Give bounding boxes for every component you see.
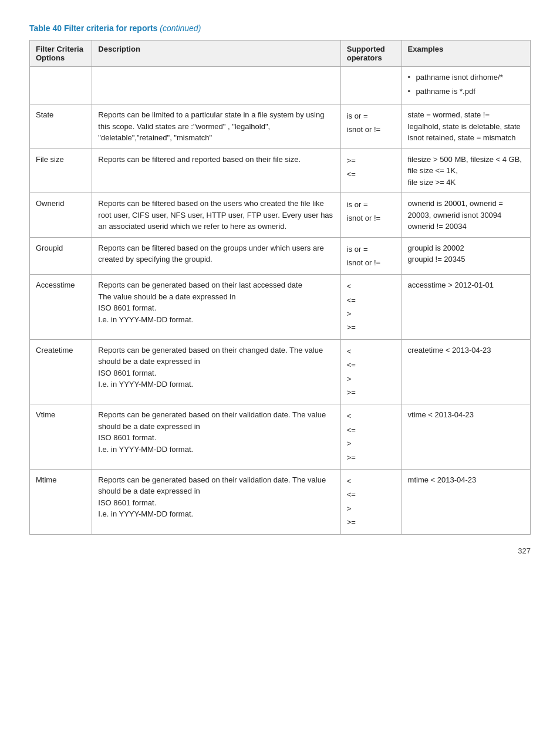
description-cell: Reports can be limited to a particular s… — [92, 104, 340, 149]
description-cell — [92, 67, 340, 104]
table-row: CreatetimeReports can be generated based… — [30, 339, 531, 404]
criteria-cell: Ownerid — [30, 193, 92, 238]
operators-cell: < <= > >= — [340, 339, 402, 404]
examples-cell: state = wormed, state != legalhold, stat… — [402, 104, 530, 149]
description-cell: Reports can be filtered based on the gro… — [92, 237, 340, 275]
criteria-cell: State — [30, 104, 92, 149]
col-header-description: Description — [92, 40, 340, 67]
criteria-cell — [30, 67, 92, 104]
examples-cell: ownerid is 20001, ownerid = 20003, owner… — [402, 193, 530, 238]
operators-cell — [340, 67, 402, 104]
examples-cell: pathname isnot dirhome/*pathname is *.pd… — [402, 67, 530, 104]
operators-cell: < <= > >= — [340, 469, 402, 534]
operators-cell: is or = isnot or != — [340, 237, 402, 275]
criteria-cell: File size — [30, 148, 92, 193]
operators-cell: is or = isnot or != — [340, 193, 402, 238]
operators-cell: < <= > >= — [340, 275, 402, 340]
criteria-cell: Accesstime — [30, 275, 92, 340]
operators-cell: >= <= — [340, 148, 402, 193]
table-row: MtimeReports can be generated based on t… — [30, 469, 531, 534]
examples-cell: vtime < 2013-04-23 — [402, 404, 530, 470]
description-cell: Reports can be generated based on their … — [92, 404, 340, 470]
table-row: File sizeReports can be filtered and rep… — [30, 148, 531, 193]
page-title: Table 40 Filter criteria for reports (co… — [29, 23, 531, 33]
list-item: pathname isnot dirhome/* — [408, 72, 524, 83]
examples-cell: mtime < 2013-04-23 — [402, 469, 530, 534]
table-row: OwneridReports can be filtered based on … — [30, 193, 531, 238]
filter-criteria-table: Filter Criteria Options Description Supp… — [29, 40, 531, 535]
table-row: StateReports can be limited to a particu… — [30, 104, 531, 149]
operators-cell: is or = isnot or != — [340, 104, 402, 149]
criteria-cell: Mtime — [30, 469, 92, 534]
description-cell: Reports can be generated based on their … — [92, 339, 340, 404]
description-cell: Reports can be filtered and reported bas… — [92, 148, 340, 193]
table-row: AccesstimeReports can be generated based… — [30, 275, 531, 340]
description-cell: Reports can be generated based on their … — [92, 469, 340, 534]
col-header-operators: Supported operators — [340, 40, 402, 67]
table-header-row: Filter Criteria Options Description Supp… — [30, 40, 531, 67]
description-cell: Reports can be generated based on their … — [92, 275, 340, 340]
examples-cell: accesstime > 2012-01-01 — [402, 275, 530, 340]
criteria-cell: Vtime — [30, 404, 92, 470]
criteria-cell: Createtime — [30, 339, 92, 404]
list-item: pathname is *.pdf — [408, 86, 524, 97]
description-cell: Reports can be filtered based on the use… — [92, 193, 340, 238]
table-row: VtimeReports can be generated based on t… — [30, 404, 531, 470]
col-header-criteria: Filter Criteria Options — [30, 40, 92, 67]
examples-cell: groupid is 20002 groupid != 20345 — [402, 237, 530, 275]
table-row: GroupidReports can be filtered based on … — [30, 237, 531, 275]
operators-cell: < <= > >= — [340, 404, 402, 470]
table-row: pathname isnot dirhome/*pathname is *.pd… — [30, 67, 531, 104]
examples-cell: filesize > 500 MB, filesize < 4 GB, file… — [402, 148, 530, 193]
page-number: 327 — [29, 546, 531, 555]
criteria-cell: Groupid — [30, 237, 92, 275]
examples-cell: createtime < 2013-04-23 — [402, 339, 530, 404]
col-header-examples: Examples — [402, 40, 530, 67]
